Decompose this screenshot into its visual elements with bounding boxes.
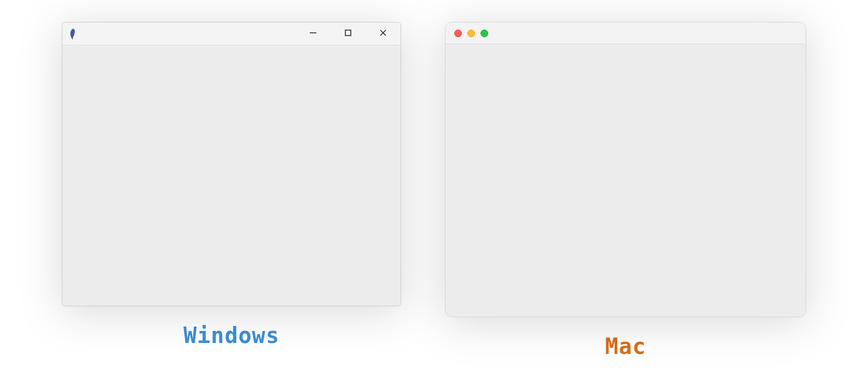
windows-close-button[interactable]	[366, 22, 401, 45]
windows-example: Windows	[62, 22, 401, 348]
mac-window-wrap	[445, 22, 806, 317]
feather-icon	[68, 27, 78, 40]
mac-zoom-button[interactable]	[481, 30, 488, 37]
windows-titlebar[interactable]	[62, 22, 401, 45]
close-icon	[379, 29, 387, 39]
svg-rect-1	[345, 30, 351, 36]
windows-window-wrap	[62, 22, 401, 306]
windows-window-content	[62, 45, 401, 306]
windows-window-controls	[296, 22, 401, 45]
maximize-icon	[344, 29, 352, 39]
minimize-icon	[309, 29, 317, 39]
mac-example: Mac	[445, 22, 806, 359]
windows-maximize-button[interactable]	[331, 22, 366, 45]
mac-traffic-lights	[454, 30, 488, 37]
windows-window	[62, 22, 401, 306]
mac-window-content	[445, 44, 806, 317]
mac-window	[445, 22, 806, 317]
mac-caption: Mac	[601, 334, 649, 359]
windows-minimize-button[interactable]	[296, 22, 331, 45]
mac-titlebar[interactable]	[445, 22, 806, 44]
mac-close-button[interactable]	[454, 30, 462, 37]
windows-caption: Windows	[183, 323, 280, 348]
mac-minimize-button[interactable]	[467, 30, 475, 37]
